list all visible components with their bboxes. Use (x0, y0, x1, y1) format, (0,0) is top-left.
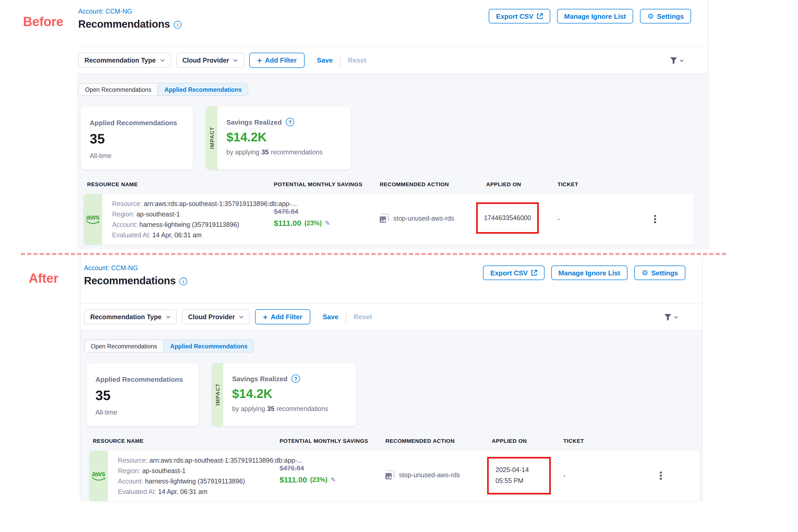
account-value: harness-lightwing (357919113896) (139, 221, 239, 228)
manage-ignore-list-button[interactable]: Manage Ignore List (551, 265, 627, 280)
savings-cell: $476.84 $111.00 (23%) ✎ (280, 464, 336, 484)
panel-body: Open Recommendations Applied Recommendat… (80, 331, 702, 501)
impact-label: IMPACT (209, 127, 215, 149)
info-icon[interactable]: i (174, 21, 182, 29)
resource-arn: arn:aws:rds:ap-southeast-1:357919113896:… (144, 200, 297, 208)
recommended-action-cell: stop-unused-aws-rds (385, 471, 460, 479)
applied-count: 35 (90, 131, 193, 147)
help-icon[interactable]: ? (286, 118, 294, 126)
evaluated-at-value: 14 Apr, 06:31 am (158, 488, 207, 495)
applied-on-highlight: 1744633546000 (476, 202, 539, 234)
add-filter-button[interactable]: + Add Filter (249, 53, 304, 68)
header-left: Account: CCM-NG Recommendations i (84, 256, 187, 287)
cloud-provider-filter[interactable]: Cloud Provider (176, 53, 244, 68)
savings-percent: (23%) (304, 219, 322, 227)
applied-count: 35 (95, 387, 199, 404)
recommendation-type-filter[interactable]: Recommendation Type (84, 309, 176, 324)
region-value: ap-southeast-1 (136, 211, 180, 218)
plus-icon: + (263, 313, 268, 321)
edit-icon[interactable]: ✎ (325, 219, 330, 227)
savings-realized-card: IMPACT Savings Realized ? $14.2K by appl… (206, 107, 350, 170)
reset-filter-button[interactable]: Reset (346, 56, 368, 64)
save-filter-button[interactable]: Save (315, 56, 335, 64)
page-header: Account: CCM-NG Recommendations i Export… (77, 0, 708, 46)
column-header-ticket: TICKET (557, 181, 578, 187)
table-row[interactable]: aws Resource: arn:aws:rds:ap-southeast-1… (83, 194, 694, 245)
chevron-down-icon (233, 59, 238, 62)
help-icon[interactable]: ? (291, 375, 300, 383)
export-csv-button[interactable]: Export CSV (483, 265, 544, 280)
filter-menu-button[interactable] (664, 314, 678, 321)
export-csv-button[interactable]: Export CSV (489, 9, 550, 23)
manage-ignore-list-button[interactable]: Manage Ignore List (557, 9, 633, 23)
resource-details: Resource: arn:aws:rds:ap-southeast-1:357… (118, 455, 303, 497)
funnel-icon (664, 314, 672, 321)
applied-on-value: 1744633546000 (484, 212, 531, 224)
account-breadcrumb[interactable]: Account: CCM-NG (78, 8, 182, 15)
impact-strip: IMPACT (206, 107, 217, 170)
panel-body: Open Recommendations Applied Recommendat… (77, 74, 708, 249)
before-label: Before (23, 14, 63, 29)
recommendations-tabs: Open Recommendations Applied Recommendat… (78, 83, 249, 96)
save-filter-button[interactable]: Save (321, 313, 341, 321)
row-menu-button[interactable] (653, 214, 657, 224)
chevron-down-icon (680, 59, 684, 62)
table-row[interactable]: aws Resource: arn:aws:rds:ap-southeast-1… (89, 451, 699, 501)
external-link-icon (536, 13, 543, 19)
page-title: Recommendations (78, 18, 170, 30)
recommended-action-cell: stop-unused-aws-rds (380, 214, 454, 223)
recommendations-panel: Account: CCM-NG Recommendations i Export… (77, 0, 708, 249)
card-period: All-time (95, 409, 199, 416)
savings-percent: (23%) (310, 476, 327, 483)
action-name: stop-unused-aws-rds (399, 471, 460, 478)
tab-open-recommendations[interactable]: Open Recommendations (79, 83, 157, 95)
cloud-provider-filter[interactable]: Cloud Provider (182, 309, 250, 324)
aws-icon: aws (92, 471, 106, 481)
tab-applied-recommendations[interactable]: Applied Recommendations (163, 340, 254, 352)
divider (340, 55, 341, 66)
resource-details: Resource: arn:aws:rds:ap-southeast-1:357… (112, 199, 297, 241)
column-header-potential-monthly-savings: POTENTIAL MONTHLY SAVINGS (274, 181, 362, 187)
tab-open-recommendations[interactable]: Open Recommendations (84, 340, 163, 352)
savings-value: $14.2K (226, 130, 323, 145)
savings-value: $14.2K (232, 386, 328, 401)
settings-button[interactable]: ⚙ Settings (640, 9, 691, 23)
add-filter-button[interactable]: + Add Filter (255, 309, 310, 324)
provider-strip: aws (83, 194, 102, 245)
recommendation-type-filter[interactable]: Recommendation Type (78, 53, 171, 68)
tab-applied-recommendations[interactable]: Applied Recommendations (157, 83, 248, 95)
header-left: Account: CCM-NG Recommendations i (78, 0, 182, 30)
settings-button[interactable]: ⚙ Settings (634, 265, 685, 280)
applied-on-value: 2025-04-14 (495, 465, 529, 476)
aws-icon: aws (86, 214, 100, 225)
applied-on-time: 05:55 PM (495, 476, 524, 487)
applied-recommendations-card: Applied Recommendations 35 All-time (81, 107, 193, 170)
card-title: Applied Recommendations (90, 119, 193, 127)
ticket-cell: - (563, 472, 566, 479)
row-menu-button[interactable] (659, 471, 663, 481)
table-header-row: RESOURCE NAME POTENTIAL MONTHLY SAVINGS … (78, 177, 708, 194)
header-actions: Export CSV Manage Ignore List ⚙ Settings (483, 265, 685, 280)
chevron-down-icon (239, 315, 244, 318)
reset-filter-button[interactable]: Reset (352, 313, 374, 321)
info-icon[interactable]: i (179, 278, 187, 285)
filter-bar: Recommendation Type Cloud Provider + Add… (77, 46, 708, 74)
gear-icon: ⚙ (647, 13, 654, 20)
edit-icon[interactable]: ✎ (331, 476, 336, 483)
filter-menu-button[interactable] (670, 57, 684, 65)
applied-on-highlight: 2025-04-14 05:55 PM (487, 457, 551, 494)
column-header-potential-monthly-savings: POTENTIAL MONTHLY SAVINGS (280, 438, 368, 444)
summary-cards: Applied Recommendations 35 All-time IMPA… (87, 363, 702, 426)
comparison-page: Before Account: CCM-NG Recommendations i… (0, 0, 798, 532)
divider (346, 311, 346, 323)
savings-cell: $476.84 $111.00 (23%) ✎ (274, 208, 330, 227)
impact-label: IMPACT (215, 384, 220, 406)
external-link-icon (531, 270, 537, 276)
chevron-down-icon (166, 315, 170, 318)
account-breadcrumb[interactable]: Account: CCM-NG (84, 264, 187, 272)
chevron-down-icon (674, 316, 678, 319)
column-header-resource-name: RESOURCE NAME (87, 181, 138, 187)
recommendations-panel: Account: CCM-NG Recommendations i Export… (80, 256, 703, 501)
card-period: All-time (90, 152, 193, 159)
evaluated-at-value: 14 Apr, 06:31 am (152, 232, 202, 239)
